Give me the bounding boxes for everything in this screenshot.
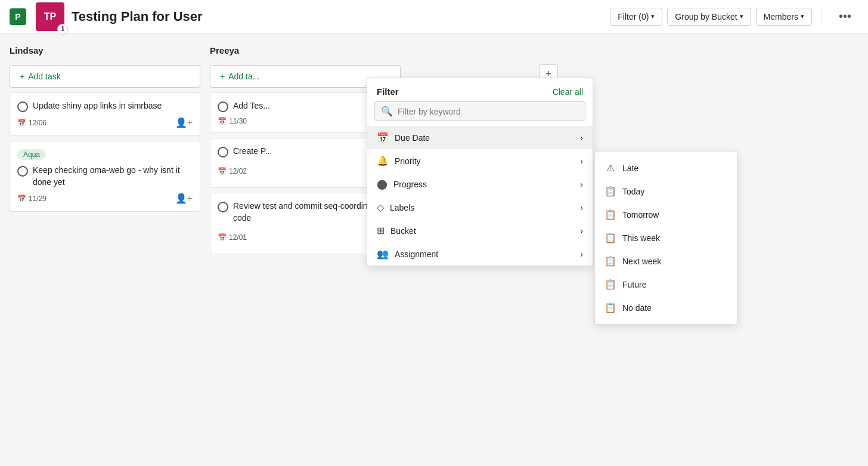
task-text: Update shiny app links in simrbase <box>33 100 162 112</box>
filter-item-priority[interactable]: 🔔 Priority › <box>367 149 593 172</box>
task-date: 📅 11/30 <box>218 117 247 125</box>
task-date: 📅 12/02 <box>218 167 247 175</box>
add-task-button-lindsay[interactable]: + Add task <box>10 65 200 88</box>
assign-icon[interactable]: 👤+ <box>175 117 193 128</box>
no-date-icon: 📋 <box>604 302 616 313</box>
group-chevron-icon: ▾ <box>740 13 743 20</box>
task-date: 📅 12/01 <box>218 233 247 242</box>
task-text: Create P... <box>233 146 272 158</box>
task-checkbox[interactable] <box>17 166 28 177</box>
calendar-icon: 📅 <box>17 119 26 127</box>
tomorrow-icon: 📋 <box>604 209 616 220</box>
filter-menu: Filter Clear all 🔍 📅 Due Date › 🔔 Priori… <box>367 78 593 266</box>
page-title: Testing Plan for User <box>72 9 610 24</box>
column-header-third <box>410 43 529 50</box>
bucket-icon: ⊞ <box>377 225 385 236</box>
late-icon: ⚠ <box>604 162 616 174</box>
toolbar-separator <box>822 8 822 25</box>
plan-avatar: TP ℹ <box>36 2 64 31</box>
filter-item-progress[interactable]: ⬤ Progress › <box>367 172 593 196</box>
assignment-icon: 👥 <box>377 248 389 260</box>
task-text: Add Tes... <box>233 100 270 112</box>
assign-icon[interactable]: 👤+ <box>175 193 193 204</box>
task-checkbox[interactable] <box>218 147 228 158</box>
filter-item-due-date[interactable]: 📅 Due Date › <box>367 126 593 149</box>
future-icon: 📋 <box>604 279 616 290</box>
priority-icon: 🔔 <box>377 155 389 166</box>
next-week-icon: 📋 <box>604 255 616 267</box>
arrow-right-icon: › <box>580 249 583 259</box>
filter-chevron-icon: ▾ <box>651 13 655 20</box>
due-date-submenu: ⚠ Late 📋 Today 📋 Tomorrow 📋 This week 📋 … <box>594 151 737 325</box>
top-bar: P TP ℹ Testing Plan for User Filter (0) … <box>0 0 868 33</box>
task-checkbox[interactable] <box>218 202 228 212</box>
submenu-item-today[interactable]: 📋 Today <box>595 180 737 203</box>
planner-icon: P <box>10 8 26 25</box>
submenu-item-future[interactable]: 📋 Future <box>595 273 737 296</box>
submenu-item-late[interactable]: ⚠ Late <box>595 156 737 180</box>
plus-icon: + <box>220 72 225 81</box>
group-by-button[interactable]: Group by Bucket ▾ <box>667 8 751 26</box>
top-controls: Filter (0) ▾ Group by Bucket ▾ Members ▾… <box>610 6 858 27</box>
calendar-icon: 📅 <box>17 195 26 203</box>
info-badge: ℹ <box>57 24 68 35</box>
submenu-item-tomorrow[interactable]: 📋 Tomorrow <box>595 203 737 226</box>
search-icon: 🔍 <box>381 106 393 117</box>
members-chevron-icon: ▾ <box>801 13 804 20</box>
task-checkbox[interactable] <box>218 101 228 112</box>
filter-item-assignment[interactable]: 👥 Assignment › <box>367 242 593 266</box>
task-card: Aqua Keep checking oma-web go - why isnt… <box>10 141 200 212</box>
column-header-lindsay: Lindsay <box>10 43 200 60</box>
submenu-item-this-week[interactable]: 📋 This week <box>595 226 737 249</box>
task-date: 📅 11/29 <box>17 195 46 203</box>
arrow-right-icon: › <box>580 180 583 189</box>
clear-all-button[interactable]: Clear all <box>553 87 583 97</box>
column-header-preeya: Preeya <box>210 43 401 60</box>
filter-title: Filter <box>377 87 399 97</box>
task-card: Update shiny app links in simrbase 📅 12/… <box>10 92 200 136</box>
task-checkbox[interactable] <box>17 101 28 112</box>
due-date-icon: 📅 <box>377 132 389 143</box>
plus-icon: + <box>20 72 24 81</box>
filter-button[interactable]: Filter (0) ▾ <box>610 8 662 26</box>
members-button[interactable]: Members ▾ <box>756 8 812 26</box>
arrow-right-icon: › <box>580 203 583 212</box>
aqua-tag: Aqua <box>17 149 46 160</box>
filter-item-labels[interactable]: ◇ Labels › <box>367 196 593 219</box>
task-date: 📅 12/06 <box>17 119 46 127</box>
arrow-right-icon: › <box>580 133 583 143</box>
progress-icon: ⬤ <box>377 178 388 190</box>
this-week-icon: 📋 <box>604 232 616 243</box>
arrow-right-icon: › <box>580 226 583 236</box>
task-text: Keep checking oma-web go - why isnt it d… <box>33 165 193 188</box>
arrow-right-icon: › <box>580 156 583 166</box>
calendar-icon: 📅 <box>218 117 227 125</box>
more-options-button[interactable]: ••• <box>832 6 858 27</box>
submenu-item-no-date[interactable]: 📋 No date <box>595 296 737 319</box>
filter-keyword-input[interactable] <box>398 107 579 116</box>
column-lindsay: Lindsay + Add task Update shiny app link… <box>10 43 200 456</box>
filter-item-bucket[interactable]: ⊞ Bucket › <box>367 219 593 242</box>
filter-search-box[interactable]: 🔍 <box>374 101 585 121</box>
calendar-icon: 📅 <box>218 233 227 242</box>
today-icon: 📋 <box>604 186 616 197</box>
labels-icon: ◇ <box>377 202 384 213</box>
submenu-item-next-week[interactable]: 📋 Next week <box>595 249 737 273</box>
calendar-icon: 📅 <box>218 167 227 175</box>
